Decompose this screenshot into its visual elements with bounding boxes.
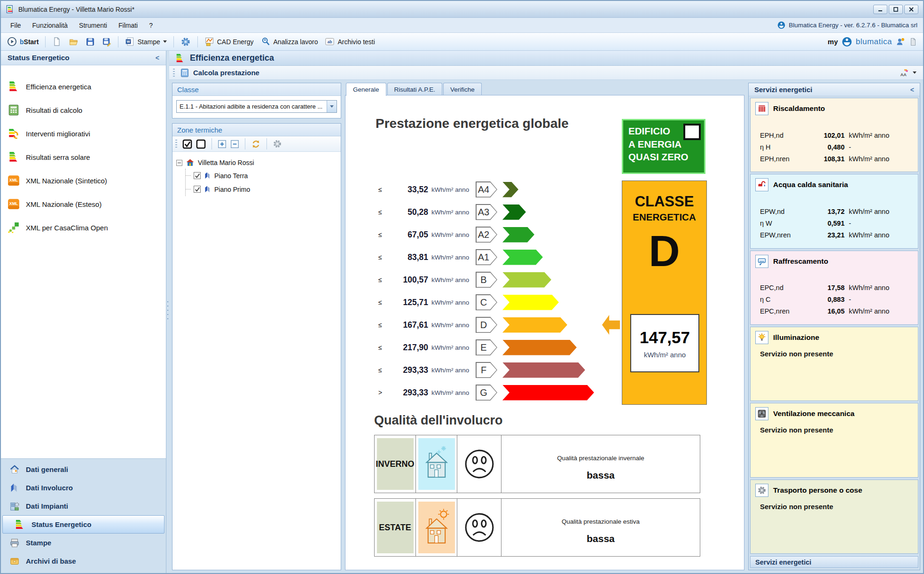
- uncheck-all-button[interactable]: [196, 139, 206, 149]
- zone-icon: [204, 172, 211, 180]
- servizi-collapse-icon[interactable]: <: [910, 86, 914, 94]
- classe-select-button[interactable]: [327, 101, 337, 112]
- tree-node-piano-terra[interactable]: Piano Terra: [186, 169, 337, 182]
- check-all-button[interactable]: [182, 139, 192, 149]
- tree-node-root[interactable]: Villetta Mario Rossi: [176, 157, 337, 169]
- menu-file[interactable]: File: [5, 22, 27, 29]
- tab-risultati-ape[interactable]: Risultati A.P.E.: [387, 83, 443, 95]
- open-button[interactable]: [66, 35, 81, 48]
- zone-termiche-panel: Zone termiche: [172, 123, 341, 570]
- calcola-prestazione-button[interactable]: Calcola prestazione: [193, 69, 259, 77]
- menu-filmati[interactable]: Filmati: [113, 22, 143, 29]
- class-label-A4: A4: [476, 181, 497, 197]
- class-label-G: G: [476, 385, 497, 401]
- maximize-button[interactable]: [889, 5, 903, 14]
- svg-text:W: W: [127, 39, 131, 44]
- sidebar-item-interventi-migliorativi[interactable]: Interventi migliorativi: [1, 122, 166, 145]
- card-raffrescamento: Raffrescamento EPC,nd17,58kWh/m² anno η …: [750, 251, 918, 325]
- zone-settings-button[interactable]: [273, 139, 282, 149]
- class-arrow-A3: [502, 204, 526, 220]
- building-gear-icon: [9, 501, 20, 511]
- close-button[interactable]: [904, 5, 918, 14]
- nav-stampe[interactable]: Stampe: [1, 534, 166, 552]
- house-icon: [9, 464, 20, 475]
- collapse-all-button[interactable]: [230, 140, 239, 149]
- cad-energy-button[interactable]: CAD Energy: [202, 35, 256, 48]
- class-label-F: F: [476, 362, 497, 378]
- minimize-button[interactable]: [873, 5, 887, 14]
- refresh-button[interactable]: [251, 139, 261, 149]
- analizza-lavoro-button[interactable]: Analizza lavoro: [258, 35, 321, 48]
- blumatica-globe-icon: [842, 37, 852, 47]
- energy-class-letter: D: [622, 229, 706, 273]
- classe-select[interactable]: E.1.1 - Abitazioni adibite a residenza c…: [176, 100, 337, 113]
- svg-text:AA: AA: [901, 72, 907, 77]
- piano-terra-checkbox[interactable]: [194, 172, 201, 179]
- save-button[interactable]: [83, 36, 97, 48]
- menu-strumenti[interactable]: Strumenti: [73, 22, 113, 29]
- zone-toolbar: [172, 136, 341, 152]
- svg-text:ab: ab: [328, 39, 332, 44]
- chevron-down-icon: [330, 105, 334, 108]
- sidebar-item-xml-nazionale-sintetico[interactable]: XML XML Nazionale (Sintetico): [1, 169, 166, 192]
- card-acqua-calda-sanitaria: Acqua calda sanitaria EPW,nd13,72kWh/m² …: [750, 174, 918, 248]
- energy-improve-icon: [8, 127, 20, 140]
- sort-options-button[interactable]: AA: [900, 69, 919, 77]
- class-arrow-A1: [502, 250, 543, 265]
- quality-caption: Qualità prestazionale invernale: [557, 455, 644, 462]
- new-document-button[interactable]: [50, 35, 64, 48]
- sidebar-item-efficienza-energetica[interactable]: Efficienza energetica: [1, 75, 166, 98]
- svg-text:XML: XML: [9, 201, 18, 206]
- quality-title: Qualità dell'involucro: [374, 413, 502, 428]
- fan-icon: [755, 407, 768, 420]
- user-badge-icon[interactable]: [896, 37, 905, 47]
- class-arrow-G: [502, 385, 594, 401]
- nav-archivi-di-base[interactable]: Archivi di base: [1, 552, 166, 570]
- class-label-B: B: [476, 272, 497, 288]
- sidebar-splitter[interactable]: [166, 51, 169, 573]
- air-conditioner-icon: [755, 255, 768, 268]
- save-as-button[interactable]: [100, 36, 114, 48]
- nav-status-energetico[interactable]: Status Energetico: [2, 515, 164, 534]
- tab-verifiche[interactable]: Verifiche: [443, 83, 482, 95]
- document-gray-icon[interactable]: [909, 37, 917, 47]
- svg-text:XML: XML: [9, 178, 18, 182]
- tree-expander-icon[interactable]: [176, 160, 182, 166]
- chevron-down-icon: [163, 40, 167, 43]
- scale-row-A1: ≤83,81kWh/m² annoA1: [378, 249, 594, 265]
- servizi-footer-bar[interactable]: Servizi energetici: [750, 556, 918, 568]
- nav-dati-generali[interactable]: Dati generali: [1, 460, 166, 479]
- classe-select-value: E.1.1 - Abitazioni adibite a residenza c…: [177, 101, 327, 112]
- tree-node-piano-primo[interactable]: Piano Primo: [186, 182, 337, 196]
- stampe-button[interactable]: W Stampe: [123, 35, 169, 48]
- drag-grip[interactable]: [173, 69, 175, 77]
- tab-generale[interactable]: Generale: [346, 83, 386, 96]
- zone-tree: Villetta Mario Rossi Piano Terra: [172, 152, 341, 570]
- service-note: Servizio non presente: [760, 350, 833, 358]
- expand-all-button[interactable]: [218, 140, 227, 149]
- sidebar-item-risultati-di-calcolo[interactable]: Risultati di calcolo: [1, 98, 166, 122]
- my-blumatica-label[interactable]: my: [828, 38, 838, 46]
- xml-icon: XML: [8, 198, 20, 210]
- bstart-button[interactable]: bStart: [5, 35, 41, 48]
- nav-dati-involucro[interactable]: Dati Involucro: [1, 479, 166, 497]
- calculator-icon: [8, 104, 20, 116]
- radiator-icon: [755, 102, 768, 115]
- nzeb-checkbox[interactable]: [683, 124, 701, 140]
- sidebar-item-xml-nazionale-esteso[interactable]: XML XML Nazionale (Esteso): [1, 192, 166, 216]
- sidebar-collapse-icon[interactable]: <: [156, 54, 159, 62]
- sidebar-item-xml-casaclima-open[interactable]: XML per CasaClima Open: [1, 216, 166, 239]
- blumatica-brand-label: blumatica: [856, 37, 892, 47]
- title-bar: Blumatica Energy - Villetta Mario Rossi*: [1, 1, 923, 18]
- piano-primo-checkbox[interactable]: [194, 186, 201, 193]
- menu-funzionalita[interactable]: Funzionalità: [27, 22, 74, 29]
- sidebar-item-risultati-serra-solare[interactable]: Risultati serra solare: [1, 145, 166, 169]
- menu-help[interactable]: ?: [143, 22, 158, 29]
- season-label: INVERNO: [377, 438, 414, 490]
- card-ventilazione-meccanica: Ventilazione meccanica Servizio non pres…: [750, 403, 918, 477]
- settings-button[interactable]: [178, 35, 193, 48]
- page-title: Efficienza energetica: [190, 53, 274, 63]
- magnifier-icon: [261, 37, 271, 47]
- nav-dati-impianti[interactable]: Dati Impianti: [1, 497, 166, 515]
- archivio-testi-button[interactable]: ab Archivio testi: [322, 36, 377, 47]
